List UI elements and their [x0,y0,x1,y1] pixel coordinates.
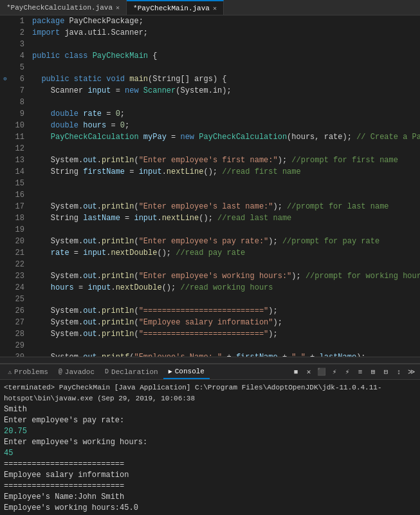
console-output[interactable]: <terminated> PayCheckMain [Java Applicat… [0,380,420,514]
line-code[interactable]: double hours = 0; [30,120,420,131]
line-code[interactable]: System.out.println("====================… [30,328,420,340]
line-code[interactable] [30,143,420,154]
line-code[interactable]: System.out.println("Enter employee's pay… [30,236,420,247]
line-number: 28 [10,328,30,340]
line-number: 15 [10,178,30,189]
bottom-tab-problems[interactable]: ⚠Problems [3,364,53,379]
line-code[interactable]: public class PayCheckMain { [30,50,420,62]
console-line: ========================== [4,459,416,470]
close-icon[interactable]: ✕ [213,5,217,12]
line-code[interactable] [30,294,420,305]
table-row: 11 PayCheckCalculation myPay = new PayCh… [0,131,420,143]
table-row: 18 String lastName = input.nextLine(); /… [0,212,420,224]
line-number: 9 [10,108,30,120]
table-row: ⊖6 public static void main(String[] args… [0,73,420,85]
line-marker [0,50,10,62]
table-row: 4public class PayCheckMain { [0,50,420,62]
line-number: 14 [10,166,30,178]
line-marker [0,166,10,178]
line-number: 16 [10,189,30,201]
line-code[interactable]: Scanner input = new Scanner(System.in); [30,85,420,97]
line-code[interactable]: System.out.printf("Employee's Name: " + … [30,351,420,357]
line-code[interactable]: PayCheckCalculation myPay = new PayCheck… [30,131,420,143]
line-marker [0,62,10,73]
line-code[interactable]: String firstName = input.nextLine(); //r… [30,166,420,178]
toolbar-btn-6[interactable]: ⊞ [367,366,379,378]
line-code[interactable] [30,39,420,50]
line-marker [0,328,10,340]
table-row: 2import java.util.Scanner; [0,27,420,39]
line-code[interactable]: double rate = 0; [30,108,420,120]
bottom-tab-javadoc[interactable]: @Javadoc [53,364,100,379]
line-code[interactable]: rate = input.nextDouble(); //read pay ra… [30,247,420,259]
line-code[interactable]: System.out.println("Enter employee's wor… [30,270,420,282]
table-row: 1package PayCheckPackage; [0,15,420,27]
tab-paycheckmain[interactable]: *PayCheckMain.java ✕ [127,0,224,15]
line-number: 30 [10,351,30,357]
line-marker [0,270,10,282]
line-marker [0,212,10,224]
table-row: 16 [0,189,420,201]
line-number: 2 [10,27,30,39]
bottom-tab-declaration[interactable]: DDeclaration [100,364,163,379]
line-code[interactable] [30,189,420,201]
line-marker [0,189,10,201]
line-marker [0,108,10,120]
console-line: 45 [4,448,416,459]
line-number: 21 [10,247,30,259]
console-line: Enter employee's working hours: [4,437,416,448]
line-code[interactable]: System.out.println("Enter employee's fir… [30,154,420,166]
tab-paycheckcalculation[interactable]: *PayCheckCalculation.java ✕ [0,0,127,15]
tab-label: *PayCheckCalculation.java [6,4,113,12]
line-code[interactable]: public static void main(String[] args) { [30,73,420,85]
line-code[interactable]: System.out.println("Enter employee's las… [30,201,420,212]
tab-bar: *PayCheckCalculation.java ✕ *PayCheckMai… [0,0,420,15]
line-number: 1 [10,15,30,27]
line-code[interactable]: String lastName = input.nextLine(); //re… [30,212,420,224]
bottom-tab-label: Problems [14,368,48,376]
line-code[interactable] [30,62,420,73]
toolbar-btn-3[interactable]: ⚡ [329,366,340,378]
toolbar-btn-4[interactable]: ⚡ [342,366,353,378]
line-code[interactable]: hours = input.nextDouble(); //read worki… [30,282,420,294]
line-marker: ⊖ [0,73,10,85]
line-code[interactable] [30,97,420,108]
line-number: 5 [10,62,30,73]
editor-area[interactable]: 1package PayCheckPackage;2import java.ut… [0,15,420,357]
line-code[interactable] [30,340,420,351]
line-code[interactable]: System.out.println("Employee salary info… [30,317,420,328]
line-code[interactable]: package PayCheckPackage; [30,15,420,27]
console-line: Employee's Name:John Smith [4,492,416,503]
console-line: Employee's pay amount:0.0 [4,514,416,514]
line-marker [0,294,10,305]
table-row: 10 double hours = 0; [0,120,420,131]
line-code[interactable] [30,178,420,189]
horizontal-scrollbar[interactable] [0,357,420,363]
line-code[interactable] [30,224,420,236]
line-number: 24 [10,282,30,294]
toolbar-btn-7[interactable]: ⊟ [380,366,392,378]
console-line: Employee's working hours:45.0 [4,503,416,514]
table-row: 14 String firstName = input.nextLine(); … [0,166,420,178]
console-line: 20.75 [4,426,416,437]
line-marker [0,236,10,247]
toolbar-btn-8[interactable]: ↕ [393,366,405,378]
close-icon[interactable]: ✕ [116,4,120,12]
bottom-tab-console[interactable]: ▶Console [163,364,210,379]
line-number: 18 [10,212,30,224]
toolbar-btn-2[interactable]: ⬛ [316,366,327,378]
console-terminated-line: <terminated> PayCheckMain [Java Applicat… [4,382,416,404]
toolbar-btn-9[interactable]: ≫ [406,366,417,378]
bottom-tab-bar: ⚠Problems@JavadocDDeclaration▶Console ■✕… [0,364,420,380]
line-number: 8 [10,97,30,108]
toolbar-btn-5[interactable]: ≡ [354,366,366,378]
line-code[interactable]: import java.util.Scanner; [30,27,420,39]
line-number: 10 [10,120,30,131]
line-code[interactable]: System.out.println("====================… [30,305,420,317]
line-marker [0,27,10,39]
toolbar-btn-0[interactable]: ■ [290,366,302,378]
line-number: 25 [10,294,30,305]
toolbar-btn-1[interactable]: ✕ [303,366,315,378]
line-code[interactable] [30,259,420,270]
console-line: ========================== [4,481,416,492]
